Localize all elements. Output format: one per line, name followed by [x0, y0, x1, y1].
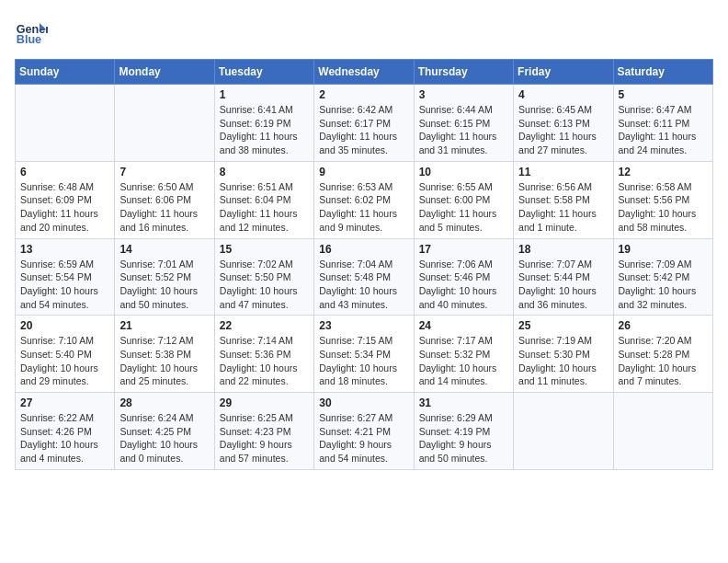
day-number: 19 [619, 243, 708, 256]
day-cell: 31Sunrise: 6:29 AM Sunset: 4:19 PM Dayli… [414, 393, 513, 470]
day-cell [115, 85, 214, 162]
day-cell: 23Sunrise: 7:15 AM Sunset: 5:34 PM Dayli… [314, 316, 414, 393]
week-row-2: 6Sunrise: 6:48 AM Sunset: 6:09 PM Daylig… [16, 161, 713, 238]
day-number: 7 [119, 166, 209, 178]
day-cell: 5Sunrise: 6:47 AM Sunset: 6:11 PM Daylig… [613, 85, 712, 162]
day-detail: Sunrise: 7:14 AM Sunset: 5:36 PM Dayligh… [220, 334, 309, 388]
page-header: General Blue [15, 15, 713, 48]
day-detail: Sunrise: 7:07 AM Sunset: 5:44 PM Dayligh… [518, 258, 608, 312]
day-detail: Sunrise: 7:20 AM Sunset: 5:28 PM Dayligh… [619, 334, 708, 388]
day-detail: Sunrise: 6:56 AM Sunset: 5:58 PM Dayligh… [518, 180, 608, 235]
day-number: 24 [419, 319, 508, 332]
day-cell: 16Sunrise: 7:04 AM Sunset: 5:48 PM Dayli… [314, 238, 414, 316]
day-detail: Sunrise: 6:24 AM Sunset: 4:25 PM Dayligh… [119, 411, 209, 465]
day-cell: 27Sunrise: 6:22 AM Sunset: 4:26 PM Dayli… [16, 393, 115, 470]
day-number: 31 [419, 396, 508, 409]
day-detail: Sunrise: 7:15 AM Sunset: 5:34 PM Dayligh… [319, 334, 408, 388]
day-number: 14 [119, 243, 209, 256]
day-cell: 14Sunrise: 7:01 AM Sunset: 5:52 PM Dayli… [115, 238, 214, 316]
day-number: 26 [619, 319, 708, 332]
day-number: 10 [419, 166, 508, 178]
day-number: 12 [619, 166, 708, 178]
day-of-week-saturday: Saturday [613, 60, 712, 85]
day-detail: Sunrise: 6:50 AM Sunset: 6:06 PM Dayligh… [119, 180, 209, 235]
day-cell: 30Sunrise: 6:27 AM Sunset: 4:21 PM Dayli… [314, 393, 414, 470]
day-cell [514, 393, 613, 470]
day-detail: Sunrise: 7:19 AM Sunset: 5:30 PM Dayligh… [518, 334, 608, 388]
day-number: 20 [20, 319, 109, 332]
day-cell: 8Sunrise: 6:51 AM Sunset: 6:04 PM Daylig… [214, 161, 313, 238]
day-cell: 18Sunrise: 7:07 AM Sunset: 5:44 PM Dayli… [514, 238, 613, 316]
day-cell: 24Sunrise: 7:17 AM Sunset: 5:32 PM Dayli… [414, 316, 513, 393]
day-detail: Sunrise: 6:47 AM Sunset: 6:11 PM Dayligh… [619, 103, 708, 157]
day-number: 9 [319, 166, 408, 178]
day-number: 28 [119, 396, 209, 409]
day-cell: 10Sunrise: 6:55 AM Sunset: 6:00 PM Dayli… [414, 161, 513, 238]
day-detail: Sunrise: 7:02 AM Sunset: 5:50 PM Dayligh… [220, 258, 309, 312]
day-cell: 28Sunrise: 6:24 AM Sunset: 4:25 PM Dayli… [115, 393, 214, 470]
day-number: 18 [518, 243, 608, 256]
day-of-week-monday: Monday [115, 60, 214, 85]
logo: General Blue [15, 15, 48, 48]
day-detail: Sunrise: 6:42 AM Sunset: 6:17 PM Dayligh… [319, 103, 408, 157]
day-detail: Sunrise: 7:12 AM Sunset: 5:38 PM Dayligh… [119, 334, 209, 388]
day-detail: Sunrise: 6:27 AM Sunset: 4:21 PM Dayligh… [319, 411, 408, 465]
day-detail: Sunrise: 7:09 AM Sunset: 5:42 PM Dayligh… [619, 258, 708, 312]
day-cell [16, 85, 115, 162]
day-detail: Sunrise: 6:44 AM Sunset: 6:15 PM Dayligh… [419, 103, 508, 157]
day-number: 27 [20, 396, 109, 409]
day-cell: 1Sunrise: 6:41 AM Sunset: 6:19 PM Daylig… [214, 85, 313, 162]
day-cell: 20Sunrise: 7:10 AM Sunset: 5:40 PM Dayli… [16, 316, 115, 393]
day-number: 6 [20, 166, 109, 178]
day-cell: 9Sunrise: 6:53 AM Sunset: 6:02 PM Daylig… [314, 161, 414, 238]
day-cell: 15Sunrise: 7:02 AM Sunset: 5:50 PM Dayli… [214, 238, 313, 316]
day-cell: 22Sunrise: 7:14 AM Sunset: 5:36 PM Dayli… [214, 316, 313, 393]
day-of-week-sunday: Sunday [16, 60, 115, 85]
logo-icon: General Blue [15, 15, 48, 48]
day-detail: Sunrise: 7:01 AM Sunset: 5:52 PM Dayligh… [119, 258, 209, 312]
day-number: 29 [220, 396, 309, 409]
day-detail: Sunrise: 6:29 AM Sunset: 4:19 PM Dayligh… [419, 411, 508, 465]
day-of-week-friday: Friday [514, 60, 613, 85]
day-number: 8 [220, 166, 309, 178]
day-detail: Sunrise: 7:17 AM Sunset: 5:32 PM Dayligh… [419, 334, 508, 388]
day-detail: Sunrise: 7:10 AM Sunset: 5:40 PM Dayligh… [20, 334, 109, 388]
day-detail: Sunrise: 6:48 AM Sunset: 6:09 PM Dayligh… [20, 180, 109, 235]
day-cell: 26Sunrise: 7:20 AM Sunset: 5:28 PM Dayli… [613, 316, 712, 393]
day-number: 3 [419, 88, 508, 101]
week-row-4: 20Sunrise: 7:10 AM Sunset: 5:40 PM Dayli… [16, 316, 713, 393]
day-detail: Sunrise: 6:58 AM Sunset: 5:56 PM Dayligh… [619, 180, 708, 235]
day-detail: Sunrise: 6:51 AM Sunset: 6:04 PM Dayligh… [220, 180, 309, 235]
day-cell: 6Sunrise: 6:48 AM Sunset: 6:09 PM Daylig… [16, 161, 115, 238]
day-detail: Sunrise: 6:59 AM Sunset: 5:54 PM Dayligh… [20, 258, 109, 312]
day-cell: 19Sunrise: 7:09 AM Sunset: 5:42 PM Dayli… [613, 238, 712, 316]
day-number: 25 [518, 319, 608, 332]
day-number: 15 [220, 243, 309, 256]
day-cell: 2Sunrise: 6:42 AM Sunset: 6:17 PM Daylig… [314, 85, 414, 162]
day-cell: 21Sunrise: 7:12 AM Sunset: 5:38 PM Dayli… [115, 316, 214, 393]
calendar-table: SundayMondayTuesdayWednesdayThursdayFrid… [15, 59, 713, 470]
day-number: 1 [220, 88, 309, 101]
day-detail: Sunrise: 6:25 AM Sunset: 4:23 PM Dayligh… [220, 411, 309, 465]
day-number: 30 [319, 396, 408, 409]
day-number: 23 [319, 319, 408, 332]
day-detail: Sunrise: 6:41 AM Sunset: 6:19 PM Dayligh… [220, 103, 309, 157]
day-detail: Sunrise: 6:53 AM Sunset: 6:02 PM Dayligh… [319, 180, 408, 235]
day-cell: 3Sunrise: 6:44 AM Sunset: 6:15 PM Daylig… [414, 85, 513, 162]
day-cell: 29Sunrise: 6:25 AM Sunset: 4:23 PM Dayli… [214, 393, 313, 470]
week-row-1: 1Sunrise: 6:41 AM Sunset: 6:19 PM Daylig… [16, 85, 713, 162]
day-cell: 11Sunrise: 6:56 AM Sunset: 5:58 PM Dayli… [514, 161, 613, 238]
day-number: 11 [518, 166, 608, 178]
day-cell: 13Sunrise: 6:59 AM Sunset: 5:54 PM Dayli… [16, 238, 115, 316]
day-number: 4 [518, 88, 608, 101]
day-of-week-wednesday: Wednesday [314, 60, 414, 85]
day-detail: Sunrise: 6:55 AM Sunset: 6:00 PM Dayligh… [419, 180, 508, 235]
svg-text:Blue: Blue [17, 33, 41, 46]
day-number: 22 [220, 319, 309, 332]
day-number: 2 [319, 88, 408, 101]
day-detail: Sunrise: 7:06 AM Sunset: 5:46 PM Dayligh… [419, 258, 508, 312]
day-number: 21 [119, 319, 209, 332]
day-number: 13 [20, 243, 109, 256]
day-number: 5 [619, 88, 708, 101]
day-cell: 17Sunrise: 7:06 AM Sunset: 5:46 PM Dayli… [414, 238, 513, 316]
